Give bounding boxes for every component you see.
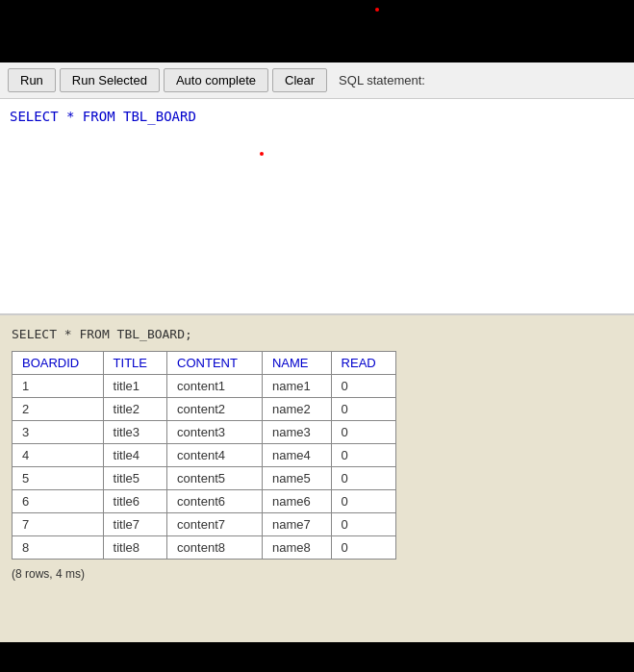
table-cell: 0 [331,398,395,421]
table-row: 4title4content4name40 [13,444,396,467]
table-row: 7title7content7name70 [13,513,396,536]
column-header-read: READ [331,352,395,375]
table-header-row: BOARDIDTITLECONTENTNAMEREAD [13,352,396,375]
table-cell: title3 [103,421,167,444]
table-row: 2title2content2name20 [13,398,396,421]
table-cell: 5 [13,467,104,490]
column-header-content: CONTENT [167,352,263,375]
column-header-boardid: BOARDID [13,352,104,375]
table-cell: 0 [331,375,395,398]
column-header-name: NAME [262,352,331,375]
table-cell: title5 [103,467,167,490]
table-cell: name3 [262,421,331,444]
run-selected-button[interactable]: Run Selected [60,68,160,92]
results-area: SELECT * FROM TBL_BOARD; BOARDIDTITLECON… [0,315,634,642]
table-row: 3title3content3name30 [13,421,396,444]
table-row: 1title1content1name10 [13,375,396,398]
table-cell: title6 [103,490,167,513]
sql-editor[interactable] [0,99,634,311]
table-cell: name8 [262,536,331,560]
red-dot-top [375,8,379,12]
table-cell: name1 [262,375,331,398]
table-cell: name6 [262,490,331,513]
column-header-title: TITLE [103,352,167,375]
row-info: (8 rows, 4 ms) [12,567,622,581]
table-cell: name4 [262,444,331,467]
table-cell: title2 [103,398,167,421]
run-button[interactable]: Run [8,68,56,92]
table-cell: name7 [262,513,331,536]
table-cell: 8 [13,536,104,560]
query-display: SELECT * FROM TBL_BOARD; [12,327,622,341]
table-cell: 0 [331,467,395,490]
table-cell: 0 [331,513,395,536]
table-cell: content6 [167,490,263,513]
table-cell: content1 [167,375,263,398]
table-cell: content4 [167,444,263,467]
table-cell: content3 [167,421,263,444]
table-cell: content5 [167,467,263,490]
table-cell: content2 [167,398,263,421]
sql-statement-label: SQL statement: [339,73,425,87]
table-cell: content7 [167,513,263,536]
table-row: 6title6content6name60 [13,490,396,513]
table-cell: 0 [331,536,395,560]
table-cell: content8 [167,536,263,560]
table-cell: 6 [13,490,104,513]
editor-container [0,99,634,315]
table-cell: title1 [103,375,167,398]
table-cell: 0 [331,490,395,513]
results-thead: BOARDIDTITLECONTENTNAMEREAD [13,352,396,375]
table-cell: 1 [13,375,104,398]
clear-button[interactable]: Clear [272,68,327,92]
table-cell: 3 [13,421,104,444]
table-cell: 4 [13,444,104,467]
main-area: Run Run Selected Auto complete Clear SQL… [0,62,634,642]
auto-complete-button[interactable]: Auto complete [164,68,268,92]
toolbar: Run Run Selected Auto complete Clear SQL… [0,62,634,99]
top-black-bar [0,0,634,62]
table-cell: title8 [103,536,167,560]
table-cell: name2 [262,398,331,421]
table-cell: title7 [103,513,167,536]
table-cell: 2 [13,398,104,421]
table-cell: 7 [13,513,104,536]
results-table: BOARDIDTITLECONTENTNAMEREAD 1title1conte… [12,351,396,560]
table-cell: title4 [103,444,167,467]
table-row: 5title5content5name50 [13,467,396,490]
table-row: 8title8content8name80 [13,536,396,560]
table-cell: name5 [262,467,331,490]
results-tbody: 1title1content1name102title2content2name… [13,375,396,560]
table-cell: 0 [331,421,395,444]
table-cell: 0 [331,444,395,467]
